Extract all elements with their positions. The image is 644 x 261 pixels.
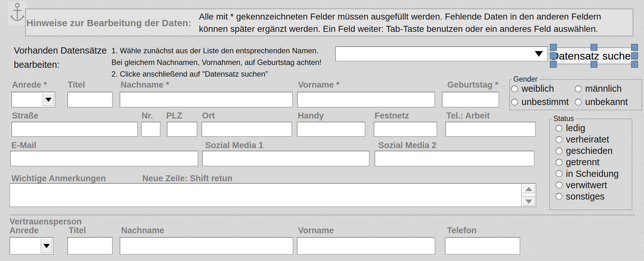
selection-handle-middle-left[interactable] xyxy=(550,52,557,59)
sozial-media-2-input[interactable] xyxy=(375,151,534,166)
radio-icon[interactable] xyxy=(511,99,518,106)
dropdown-arrow-icon xyxy=(45,98,52,102)
gender-option-unbestimmt[interactable]: unbestimmt xyxy=(511,97,575,107)
object-anchor[interactable] xyxy=(8,1,27,25)
status-option-geschieden[interactable]: geschieden xyxy=(556,146,632,156)
geburtstag-label: Geburtstag * xyxy=(447,80,498,90)
vp-vorname-label: Vorname xyxy=(298,226,334,235)
nr-label: Nr. xyxy=(142,111,153,121)
status-option-sonstiges[interactable]: sonstiges xyxy=(556,191,632,202)
gender-option-weiblich[interactable]: weiblich xyxy=(511,84,575,94)
festnetz-input[interactable] xyxy=(374,122,437,137)
status-option-ledig[interactable]: ledig xyxy=(556,123,632,133)
vp-titel-label: Titel xyxy=(69,226,86,235)
vp-anrede-select[interactable] xyxy=(9,237,54,255)
email-label: E-Mail xyxy=(11,141,37,150)
vp-telefon-label: Telefon xyxy=(447,226,477,235)
selection-handle-bottom-middle[interactable] xyxy=(590,61,597,68)
scroll-up-icon xyxy=(525,187,532,191)
dropdown-arrow-icon xyxy=(43,244,50,248)
status-option-verwitwert[interactable]: verwitwert xyxy=(556,180,632,190)
strasse-label: Straße xyxy=(12,111,38,121)
vp-nachname-label: Nachname xyxy=(121,226,164,235)
sozial-media-2-label: Sozial Media 2 xyxy=(378,141,437,150)
selection-handle-middle-right[interactable] xyxy=(631,52,638,59)
nr-input[interactable] xyxy=(141,122,161,137)
vertrauensperson-section-label: Vertrauensperson xyxy=(9,217,82,227)
anrede-dropdown-button[interactable] xyxy=(42,93,54,106)
form-canvas: { "hints": { "title": "Hinweise zur Bear… xyxy=(0,0,644,261)
tel-arbeit-input[interactable] xyxy=(445,122,536,137)
selection-handle-top-left[interactable] xyxy=(550,44,557,51)
radio-icon[interactable] xyxy=(575,99,582,106)
gender-legend: Gender xyxy=(512,75,539,84)
vorname-label: Vorname * xyxy=(298,80,340,90)
festnetz-label: Festnetz xyxy=(375,111,409,121)
radio-icon[interactable] xyxy=(556,193,562,200)
scroll-up-button[interactable] xyxy=(523,184,535,193)
section-divider xyxy=(9,215,635,215)
selection-handle-bottom-right[interactable] xyxy=(631,61,638,68)
radio-icon[interactable] xyxy=(575,85,582,92)
status-option-getrennt[interactable]: getrennt xyxy=(556,157,632,167)
selection-handle-top-middle[interactable] xyxy=(590,44,597,51)
handy-input[interactable] xyxy=(297,122,365,137)
anmerkungen-label: Wichtige Anmerkungen xyxy=(11,174,106,183)
gender-fieldset: Gender weiblich männlich unbestimmt unbe… xyxy=(509,75,642,110)
vorname-input[interactable] xyxy=(297,92,435,107)
strasse-input[interactable] xyxy=(11,122,138,137)
anmerkungen-textarea[interactable] xyxy=(10,184,522,206)
radio-icon[interactable] xyxy=(511,85,518,92)
radio-icon[interactable] xyxy=(556,182,562,188)
search-instruction-note: Bei gleichem Nachnamen, Vornahmen, auf G… xyxy=(111,56,321,68)
nachname-label: Nachname * xyxy=(121,80,169,90)
anrede-select[interactable] xyxy=(11,92,55,107)
titel-input[interactable] xyxy=(67,92,113,107)
search-button-selection: Datensatz suchen xyxy=(550,44,638,68)
vp-nachname-input[interactable] xyxy=(120,237,293,255)
nachname-input[interactable] xyxy=(120,92,293,107)
radio-icon[interactable] xyxy=(556,159,562,166)
anmerkungen-newline-hint: Neue Zeile: Shift retun xyxy=(142,174,233,183)
handy-label: Handy xyxy=(298,111,324,121)
status-legend: Status xyxy=(552,114,575,123)
ort-label: Ort xyxy=(202,111,215,121)
sozial-media-1-label: Sozial Media 1 xyxy=(205,141,263,150)
status-option-verheiratet[interactable]: verheiratet xyxy=(556,134,632,145)
existing-records-label: Vorhanden Datensätze bearbeiten: xyxy=(14,44,107,72)
plz-input[interactable] xyxy=(167,122,197,137)
email-input[interactable] xyxy=(10,151,198,166)
search-instruction-step2: 2. Clicke anschließend auf "Datensatz su… xyxy=(111,68,321,80)
sozial-media-1-input[interactable] xyxy=(202,151,370,166)
plz-label: PLZ xyxy=(166,111,182,121)
status-option-in-scheidung[interactable]: in Scheidung xyxy=(556,169,632,179)
hints-title: Hinweise zur Bearbeitung der Daten: xyxy=(26,18,191,28)
radio-icon[interactable] xyxy=(556,148,562,154)
combobox-dropdown-arrow-icon[interactable] xyxy=(535,51,543,57)
vp-anrede-label: Anrede xyxy=(9,226,39,235)
gender-option-unbekannt[interactable]: unbekannt xyxy=(575,97,628,107)
ort-input[interactable] xyxy=(201,122,292,137)
hints-text: Alle mit * gekennzeichneten Felder müsse… xyxy=(199,10,601,35)
hints-text-line2: können später ergänzt werden. Ein Feld w… xyxy=(199,23,601,35)
vp-telefon-input[interactable] xyxy=(445,237,520,255)
anmerkungen-scrollbar[interactable] xyxy=(521,184,536,206)
search-instruction-step1: 1. Wähle zunächst aus der Liste den ents… xyxy=(111,45,321,56)
radio-icon[interactable] xyxy=(556,136,562,143)
scroll-down-button[interactable] xyxy=(523,197,535,206)
gender-option-maennlich[interactable]: männlich xyxy=(575,84,622,94)
selection-handle-bottom-left[interactable] xyxy=(550,61,557,68)
vp-titel-input[interactable] xyxy=(67,237,113,255)
geburtstag-input[interactable] xyxy=(442,92,499,107)
scrollbar-thumb[interactable] xyxy=(523,194,535,197)
selection-handle-top-right[interactable] xyxy=(631,44,638,51)
radio-icon[interactable] xyxy=(556,125,562,132)
vp-vorname-input[interactable] xyxy=(297,237,435,255)
tel-arbeit-label: Tel.: Arbeit xyxy=(446,111,490,121)
name-combobox[interactable] xyxy=(335,46,548,61)
hints-text-line1: Alle mit * gekennzeichneten Felder müsse… xyxy=(199,10,601,23)
anchor-icon xyxy=(10,3,25,24)
vp-anrede-dropdown-button[interactable] xyxy=(41,239,52,253)
radio-icon[interactable] xyxy=(556,170,562,177)
titel-label: Titel xyxy=(68,80,85,90)
